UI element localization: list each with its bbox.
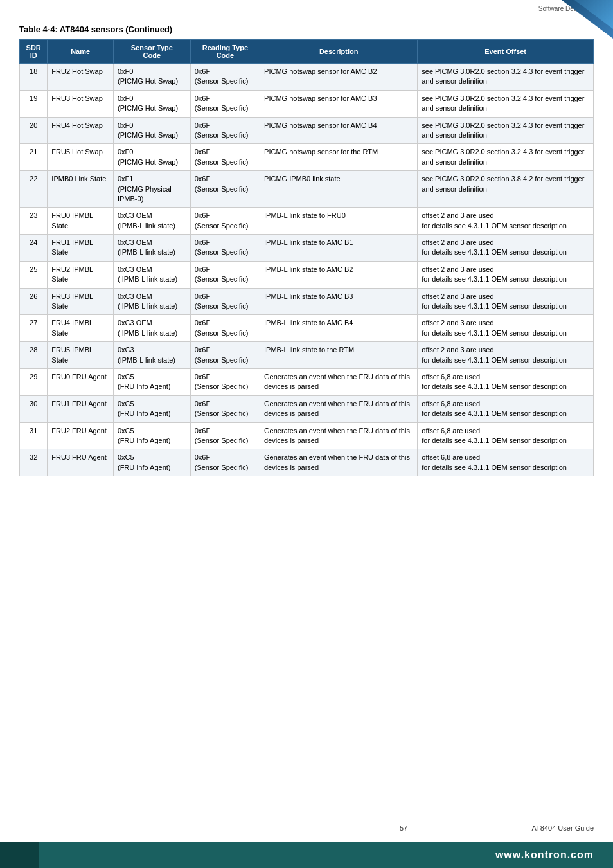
table-row: 31FRU2 FRU Agent0xC5 (FRU Info Agent)0x6… [20, 422, 594, 449]
table-row: 23FRU0 IPMBL State0xC3 OEM (IPMB-L link … [20, 208, 594, 235]
cell-sensor-type: 0xF0 (PICMG Hot Swap) [113, 64, 190, 91]
cell-description: Generates an event when the FRU data of … [260, 422, 418, 449]
cell-sdr-id: 18 [20, 64, 48, 91]
cell-sensor-type: 0xC3 OEM (IPMB-L link state) [113, 235, 190, 262]
cell-sdr-id: 23 [20, 208, 48, 235]
cell-sensor-type: 0xC5 (FRU Info Agent) [113, 449, 190, 476]
table-row: 18FRU2 Hot Swap0xF0 (PICMG Hot Swap)0x6F… [20, 64, 594, 91]
cell-sdr-id: 21 [20, 144, 48, 171]
cell-event-offset: see PICMG 3.0R2.0 section 3.2.4.3 for ev… [418, 117, 594, 144]
cell-event-offset: offset 2 and 3 are used for details see … [418, 315, 594, 342]
cell-name: IPMB0 Link State [48, 171, 114, 208]
cell-reading-type: 0x6F (Sensor Specific) [190, 422, 260, 449]
cell-event-offset: offset 2 and 3 are used for details see … [418, 235, 594, 262]
page-wrapper: Software Description Table 4-4: AT8404 s… [0, 0, 613, 868]
col-header-description: Description [260, 40, 418, 64]
cell-reading-type: 0x6F (Sensor Specific) [190, 171, 260, 208]
table-row: 21FRU5 Hot Swap0xF0 (PICMG Hot Swap)0x6F… [20, 144, 594, 171]
cell-sensor-type: 0xC5 (FRU Info Agent) [113, 368, 190, 395]
cell-name: FRU0 FRU Agent [48, 368, 114, 395]
bottom-bar: www.kontron.com [0, 842, 613, 868]
table-row: 32FRU3 FRU Agent0xC5 (FRU Info Agent)0x6… [20, 449, 594, 476]
cell-sdr-id: 30 [20, 395, 48, 422]
cell-description: Generates an event when the FRU data of … [260, 395, 418, 422]
cell-description: IPMB-L link state to AMC B3 [260, 288, 418, 315]
cell-sensor-type: 0xC5 (FRU Info Agent) [113, 422, 190, 449]
cell-reading-type: 0x6F (Sensor Specific) [190, 368, 260, 395]
cell-name: FRU0 IPMBL State [48, 208, 114, 235]
table-title: Table 4-4: AT8404 sensors (Continued) [19, 24, 594, 34]
cell-name: FRU5 IPMBL State [48, 342, 114, 369]
cell-event-offset: offset 6,8 are used for details see 4.3.… [418, 422, 594, 449]
cell-sensor-type: 0xF0 (PICMG Hot Swap) [113, 90, 190, 117]
cell-sensor-type: 0xF0 (PICMG Hot Swap) [113, 144, 190, 171]
bottom-bar-url: www.kontron.com [495, 849, 594, 861]
cell-description: PICMG hotswap sensor for AMC B2 [260, 64, 418, 91]
cell-name: FRU2 Hot Swap [48, 64, 114, 91]
cell-event-offset: offset 6,8 are used for details see 4.3.… [418, 449, 594, 476]
cell-description: Generates an event when the FRU data of … [260, 368, 418, 395]
cell-name: FRU4 Hot Swap [48, 117, 114, 144]
cell-reading-type: 0x6F (Sensor Specific) [190, 449, 260, 476]
cell-event-offset: see PICMG 3.0R2.0 section 3.2.4.3 for ev… [418, 144, 594, 171]
table-row: 20FRU4 Hot Swap0xF0 (PICMG Hot Swap)0x6F… [20, 117, 594, 144]
cell-reading-type: 0x6F (Sensor Specific) [190, 315, 260, 342]
table-row: 30FRU1 FRU Agent0xC5 (FRU Info Agent)0x6… [20, 395, 594, 422]
cell-description: PICMG hotswap sensor for AMC B4 [260, 117, 418, 144]
footer-right-text: AT8404 User Guide [532, 824, 594, 832]
sensors-table: SDRID Name Sensor TypeCode Reading TypeC… [19, 39, 594, 476]
col-header-sensor-type: Sensor TypeCode [113, 40, 190, 64]
cell-description: IPMB-L link state to AMC B1 [260, 235, 418, 262]
cell-sdr-id: 31 [20, 422, 48, 449]
cell-description: IPMB-L link state to FRU0 [260, 208, 418, 235]
cell-event-offset: offset 2 and 3 are used for details see … [418, 342, 594, 369]
cell-sdr-id: 27 [20, 315, 48, 342]
col-header-reading-type: Reading TypeCode [190, 40, 260, 64]
cell-reading-type: 0x6F (Sensor Specific) [190, 395, 260, 422]
cell-description: PICMG hotswap sensor for AMC B3 [260, 90, 418, 117]
cell-sdr-id: 29 [20, 368, 48, 395]
cell-reading-type: 0x6F (Sensor Specific) [190, 288, 260, 315]
cell-name: FRU1 FRU Agent [48, 395, 114, 422]
cell-description: IPMB-L link state to AMC B2 [260, 261, 418, 288]
cell-event-offset: offset 2 and 3 are used for details see … [418, 208, 594, 235]
cell-name: FRU3 FRU Agent [48, 449, 114, 476]
cell-sdr-id: 24 [20, 235, 48, 262]
table-row: 24FRU1 IPMBL State0xC3 OEM (IPMB-L link … [20, 235, 594, 262]
cell-reading-type: 0x6F (Sensor Specific) [190, 342, 260, 369]
cell-name: FRU2 FRU Agent [48, 422, 114, 449]
table-row: 19FRU3 Hot Swap0xF0 (PICMG Hot Swap)0x6F… [20, 90, 594, 117]
cell-sensor-type: 0xC3 OEM ( IPMB-L link state) [113, 315, 190, 342]
cell-sensor-type: 0xC3 (IPMB-L link state) [113, 342, 190, 369]
cell-name: FRU3 Hot Swap [48, 90, 114, 117]
cell-description: Generates an event when the FRU data of … [260, 449, 418, 476]
cell-event-offset: offset 2 and 3 are used for details see … [418, 288, 594, 315]
cell-reading-type: 0x6F (Sensor Specific) [190, 208, 260, 235]
cell-event-offset: see PICMG 3.0R2.0 section 3.2.4.3 for ev… [418, 90, 594, 117]
page-footer: 57 AT8404 User Guide [0, 820, 613, 836]
cell-sensor-type: 0xF0 (PICMG Hot Swap) [113, 117, 190, 144]
cell-name: FRU4 IPMBL State [48, 315, 114, 342]
cell-description: PICMG hotswap sensor for the RTM [260, 144, 418, 171]
cell-sdr-id: 22 [20, 171, 48, 208]
cell-event-offset: offset 2 and 3 are used for details see … [418, 261, 594, 288]
col-header-event-offset: Event Offset [418, 40, 594, 64]
cell-description: IPMB-L link state to the RTM [260, 342, 418, 369]
table-row: 27FRU4 IPMBL State0xC3 OEM ( IPMB-L link… [20, 315, 594, 342]
col-header-name: Name [48, 40, 114, 64]
cell-description: IPMB-L link state to AMC B4 [260, 315, 418, 342]
cell-name: FRU2 IPMBL State [48, 261, 114, 288]
table-row: 29FRU0 FRU Agent0xC5 (FRU Info Agent)0x6… [20, 368, 594, 395]
cell-event-offset: see PICMG 3.0R2.0 section 3.2.4.3 for ev… [418, 64, 594, 91]
cell-sdr-id: 32 [20, 449, 48, 476]
cell-sdr-id: 25 [20, 261, 48, 288]
table-row: 26FRU3 IPMBL State0xC3 OEM ( IPMB-L link… [20, 288, 594, 315]
cell-sensor-type: 0xC3 OEM ( IPMB-L link state) [113, 288, 190, 315]
cell-reading-type: 0x6F (Sensor Specific) [190, 90, 260, 117]
cell-reading-type: 0x6F (Sensor Specific) [190, 144, 260, 171]
page-header: Software Description [0, 0, 613, 15]
cell-sensor-type: 0xC5 (FRU Info Agent) [113, 395, 190, 422]
cell-description: PICMG IPMB0 link state [260, 171, 418, 208]
cell-sdr-id: 28 [20, 342, 48, 369]
table-row: 25FRU2 IPMBL State0xC3 OEM ( IPMB-L link… [20, 261, 594, 288]
